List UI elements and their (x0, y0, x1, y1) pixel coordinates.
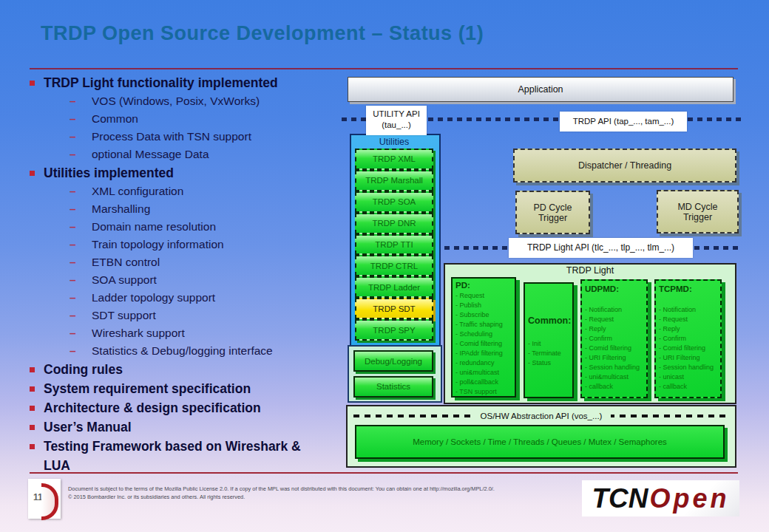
bullet-item: Testing Framework based on Wireshark & L… (28, 437, 328, 475)
bullet-text: User’s Manual (44, 417, 132, 437)
bullet-item: TRDP Light functionality implemented (28, 73, 328, 92)
sub-bullet-item: optional Message Data (70, 146, 328, 163)
utility-module-trdp-tti: TRDP TTI (355, 234, 433, 256)
tcnopen-logo: TCN Open (582, 480, 739, 516)
pd-item: - Request (455, 291, 512, 301)
bullet-item: Coding rules (28, 360, 328, 379)
pd-item: - IPAddr filtering (455, 349, 512, 358)
pd-item: - poll&callback (455, 378, 512, 387)
sub-bullet-item: Marshalling (70, 200, 328, 218)
pd-cycle-trigger-box: PD Cycle Trigger (515, 191, 590, 234)
common-item: - Init (528, 339, 569, 349)
utility-module-trdp-xml: TRDP XML (355, 149, 433, 170)
bullet-text: Common (92, 110, 138, 128)
bullet-text: Architecture & design specification (44, 398, 261, 417)
pd-item: - Traffic shaping (455, 320, 512, 330)
bullet-text: Train topology information (92, 236, 224, 253)
utility-module-trdp-ladder: TRDP Ladder (355, 276, 433, 298)
sub-bullet-item: Domain name resolution (70, 218, 328, 236)
udpmd-item: - Reply (585, 324, 643, 334)
tcpmd-item: - callback (659, 382, 717, 392)
bullet-text: Statistics & Debug/logging interface (92, 342, 273, 360)
bullet-text: TRDP Light functionality implemented (44, 73, 278, 92)
bullet-item: Utilities implemented (28, 163, 328, 183)
bullet-item: User’s Manual (28, 417, 328, 437)
bullet-text: VOS (Windows, Posix, VxWorks) (92, 92, 260, 110)
pd-item: - Subscribe (455, 310, 512, 320)
footer-license-text: Document is subject to the terms of the … (68, 485, 580, 501)
sub-bullet-item: Train topology information (70, 236, 328, 253)
bullet-text: ETBN control (92, 253, 160, 271)
bullet-text: Domain name resolution (92, 218, 216, 236)
md-cycle-line1: MD Cycle (677, 202, 717, 212)
pd-item: - TSN support (455, 387, 512, 397)
logo-tcn-text: TCN (592, 483, 648, 514)
udpmd-item: - callback (585, 382, 643, 392)
bullet-text: optional Message Data (92, 146, 209, 163)
common-column-title: Common: (528, 316, 569, 326)
pd-cycle-line1: PD Cycle (533, 202, 572, 213)
bullet-list: TRDP Light functionality implemented VOS… (28, 73, 328, 475)
pd-item: - redundancy (455, 358, 512, 368)
tcpmd-item: - Confirm (659, 334, 717, 344)
bullet-text: Process Data with TSN support (92, 128, 251, 146)
sub-bullet-item: XML configuration (70, 183, 328, 200)
md-cycle-line2: Trigger (683, 212, 712, 222)
udpmd-item: - URI Filtering (585, 353, 643, 363)
tcpmd-item: - Request (659, 315, 717, 324)
udpmd-item: - uni&multicast (585, 372, 643, 382)
sub-bullet-item: Ladder topology support (70, 289, 328, 307)
udpmd-item: - Request (585, 315, 643, 324)
tcpmd-column-title: TCPMD: (659, 284, 717, 293)
bullet-item: System requirement specification (28, 379, 328, 398)
trdp-light-api-label: TRDP Light API (tlc_..., tlp_..., tlm_..… (509, 238, 693, 258)
sub-bullet-item: SDT support (70, 307, 328, 324)
license-line1: Document is subject to the terms of the … (68, 485, 580, 494)
utilities-panel-title: Utilities (355, 136, 433, 149)
utility-api-line2: (tau_...) (366, 120, 427, 131)
debug-logging-box: Debug/Logging (353, 350, 433, 372)
udpmd-column: UDPMD: - Notification - Request - Reply … (580, 279, 648, 398)
utilities-panel: Utilities TRDP XML TRDP Marshall TRDP SO… (350, 134, 441, 347)
tcpmd-item: - Comid filtering (659, 344, 717, 353)
pd-column: PD: - Request - Publish - Subscribe - Tr… (451, 277, 516, 398)
sub-bullet-item: Process Data with TSN support (70, 128, 328, 146)
tcpmd-item: - Notification (659, 305, 717, 315)
sub-bullet-item: Statistics & Debug/logging interface (70, 342, 328, 360)
trdp-light-panel: TRDP Light PD: - Request - Publish - Sub… (444, 263, 736, 404)
application-box: Application (348, 77, 734, 102)
sub-bullet-item: SOA support (70, 271, 328, 289)
oshw-api-boundary-line: OS/HW Abstraction API (vos_...) (353, 410, 729, 422)
tcpmd-item: - URI Filtering (659, 353, 717, 363)
application-label: Application (518, 84, 563, 95)
bullet-text: Testing Framework based on Wireshark & L… (44, 437, 328, 475)
utility-module-trdp-marshall: TRDP Marshall (355, 170, 433, 191)
md-cycle-trigger-box: MD Cycle Trigger (657, 190, 739, 233)
utility-module-trdp-spy: TRDP SPY (355, 319, 433, 341)
footer-divider (30, 472, 738, 474)
utility-module-trdp-dnr: TRDP DNR (355, 213, 433, 234)
bullet-text: SOA support (92, 271, 157, 289)
bullet-text: Utilities implemented (44, 163, 174, 183)
sub-bullet-item: VOS (Windows, Posix, VxWorks) (70, 92, 328, 110)
common-item: - Status (528, 358, 569, 368)
bullet-item: Architecture & design specification (28, 398, 328, 417)
udpmd-column-title: UDPMD: (585, 284, 643, 293)
utility-api-line1: UTILITY API (366, 109, 427, 120)
bullet-text: SDT support (92, 307, 156, 324)
title-divider (30, 68, 738, 69)
common-column: Common: - Init - Terminate - Status (524, 282, 574, 398)
bullet-text: Marshalling (92, 200, 150, 218)
logo-open-text: Open (650, 483, 730, 514)
oshw-panel: OS/HW Abstraction API (vos_...) Memory /… (346, 405, 736, 468)
bullet-text: Wireshark support (92, 324, 185, 342)
udpmd-item: - Comid filtering (585, 344, 643, 353)
page-number-box: 11 (28, 479, 61, 519)
red-bracket-icon (41, 483, 58, 520)
debug-panel: Debug/Logging Statistics (348, 345, 442, 403)
pd-item: - uni&multicast (455, 368, 512, 378)
license-line2: © 2015 Bombardier Inc. or its subsidiari… (68, 494, 580, 502)
slide-title: TRDP Open Source Development – Status (1… (41, 22, 484, 45)
pd-cycle-line2: Trigger (538, 213, 567, 223)
pd-item: - Scheduling (455, 330, 512, 339)
